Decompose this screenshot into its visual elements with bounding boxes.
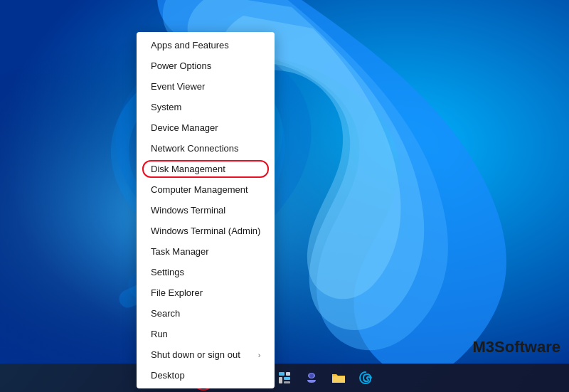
menu-item-settings[interactable]: Settings — [137, 262, 275, 282]
file-explorer-icon — [331, 371, 346, 384]
svg-rect-10 — [279, 377, 282, 383]
menu-item-event-viewer[interactable]: Event Viewer — [137, 76, 275, 97]
widgets-button[interactable] — [273, 366, 296, 389]
taskbar — [0, 364, 569, 392]
svg-rect-11 — [284, 377, 290, 380]
context-menu: Apps and Features Power Options Event Vi… — [137, 32, 275, 388]
menu-item-computer-management[interactable]: Computer Management — [137, 179, 275, 200]
svg-rect-8 — [279, 372, 284, 376]
menu-item-search[interactable]: Search — [137, 303, 275, 324]
edge-button[interactable] — [354, 366, 377, 389]
submenu-arrow-icon: › — [258, 351, 261, 359]
watermark-software: Software — [494, 338, 560, 356]
desktop-background — [0, 0, 569, 364]
svg-rect-9 — [286, 372, 290, 376]
desktop: Apps and Features Power Options Event Vi… — [0, 0, 569, 392]
svg-point-14 — [309, 374, 314, 378]
teams-button[interactable] — [300, 366, 323, 389]
menu-item-windows-terminal[interactable]: Windows Terminal — [137, 200, 275, 221]
menu-item-task-manager[interactable]: Task Manager — [137, 241, 275, 262]
menu-item-file-explorer[interactable]: File Explorer — [137, 282, 275, 303]
menu-item-device-manager[interactable]: Device Manager — [137, 117, 275, 138]
svg-rect-12 — [284, 381, 290, 383]
edge-icon — [358, 371, 373, 385]
menu-item-network-connections[interactable]: Network Connections — [137, 138, 275, 159]
file-explorer-button[interactable] — [327, 366, 350, 389]
teams-icon — [304, 371, 319, 385]
menu-item-system[interactable]: System — [137, 97, 275, 117]
menu-item-shut-down-sign-out[interactable]: Shut down or sign out › — [137, 344, 275, 365]
menu-item-windows-terminal-admin[interactable]: Windows Terminal (Admin) — [137, 221, 275, 241]
menu-item-power-options[interactable]: Power Options — [137, 55, 275, 76]
menu-item-apps-features[interactable]: Apps and Features — [137, 35, 275, 55]
watermark-m3: M3 — [473, 338, 495, 356]
svg-rect-15 — [332, 376, 345, 383]
watermark: M3 Software — [473, 338, 560, 356]
menu-item-disk-management[interactable]: Disk Management — [137, 159, 275, 179]
widgets-icon — [278, 371, 291, 384]
menu-item-run[interactable]: Run — [137, 324, 275, 344]
menu-item-desktop[interactable]: Desktop — [137, 365, 275, 386]
